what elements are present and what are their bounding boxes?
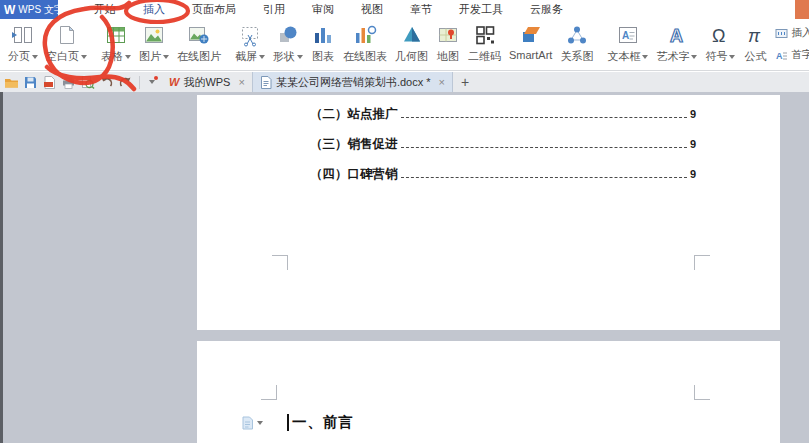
text-box-button[interactable]: A 文本框 bbox=[603, 19, 652, 70]
chart-label: 图表 bbox=[312, 49, 334, 64]
screenshot-button[interactable]: 截屏 bbox=[231, 19, 269, 70]
symbol-button[interactable]: Ω 符号 bbox=[701, 19, 739, 70]
svg-text:A: A bbox=[670, 26, 683, 46]
chevron-down-icon bbox=[259, 55, 265, 59]
shapes-label: 形状 bbox=[273, 49, 295, 64]
export-pdf-icon[interactable] bbox=[42, 75, 57, 90]
heading-row[interactable]: 一、前言 bbox=[241, 413, 354, 432]
toc-entry-text: （三）销售促进 bbox=[310, 136, 398, 153]
chevron-down-icon bbox=[149, 80, 155, 84]
insert-ribbon: 分页 空白页 表格 图片 在线图片 截屏 形状 bbox=[0, 19, 809, 71]
toc-page-number: 9 bbox=[690, 168, 696, 180]
save-icon[interactable] bbox=[23, 75, 38, 90]
chevron-down-icon bbox=[125, 55, 131, 59]
document-tab-bar: W 我的WPS 某某公司网络营销策划书.docx * bbox=[0, 72, 809, 92]
insert-number-button[interactable]: 插入数字 bbox=[775, 26, 809, 40]
geometry-label: 几何图 bbox=[395, 49, 428, 64]
geometry-icon bbox=[400, 23, 424, 47]
picture-label: 图片 bbox=[139, 49, 161, 64]
smartart-label: SmartArt bbox=[509, 49, 552, 61]
customize-toolbar-button[interactable] bbox=[146, 75, 158, 89]
print-preview-icon[interactable] bbox=[80, 75, 95, 90]
page-break-button[interactable]: 分页 bbox=[4, 19, 42, 70]
table-of-contents: （二）站点推广 9 （三）销售促进 9 （四）口碑营销 9 bbox=[197, 95, 780, 196]
quick-access-toolbar bbox=[0, 72, 162, 92]
menu-tab-insert[interactable]: 插入 bbox=[143, 0, 165, 19]
blank-page-label: 空白页 bbox=[46, 49, 79, 64]
drop-cap-icon: A bbox=[775, 49, 788, 62]
tab-document[interactable]: 某某公司网络营销策划书.docx * bbox=[252, 72, 453, 92]
margin-corner-mark bbox=[694, 385, 710, 400]
document-page-1[interactable]: （二）站点推广 9 （三）销售促进 9 （四）口碑营销 9 bbox=[197, 95, 780, 330]
menu-tab-references[interactable]: 引用 bbox=[263, 0, 285, 19]
document-icon bbox=[260, 76, 272, 89]
menu-tab-developer[interactable]: 开发工具 bbox=[459, 0, 503, 19]
symbol-label: 符号 bbox=[705, 49, 727, 64]
toc-page-number: 9 bbox=[690, 108, 696, 120]
map-label: 地图 bbox=[437, 49, 459, 64]
insert-number-icon bbox=[775, 27, 788, 40]
chart-icon bbox=[311, 23, 335, 47]
toc-entry-text: （四）口碑营销 bbox=[310, 166, 398, 183]
smartart-button[interactable]: SmartArt bbox=[505, 19, 556, 70]
online-picture-label: 在线图片 bbox=[177, 49, 221, 64]
geometry-button[interactable]: 几何图 bbox=[391, 19, 432, 70]
print-icon[interactable] bbox=[61, 75, 76, 90]
undo-icon[interactable] bbox=[99, 75, 114, 90]
toc-dot-leader bbox=[401, 177, 687, 178]
toc-entry[interactable]: （四）口碑营销 9 bbox=[310, 166, 696, 196]
relationship-diagram-button[interactable]: 关系图 bbox=[556, 19, 597, 70]
page-break-label: 分页 bbox=[8, 49, 30, 64]
map-button[interactable]: 地图 bbox=[432, 19, 464, 70]
tab-my-wps[interactable]: W 我的WPS bbox=[162, 72, 252, 92]
wordart-icon: A bbox=[665, 23, 689, 47]
pi-formula-icon: π bbox=[743, 23, 767, 47]
blank-page-icon bbox=[55, 23, 79, 47]
document-canvas: （二）站点推广 9 （三）销售促进 9 （四）口碑营销 9 bbox=[0, 92, 809, 443]
page-break-icon bbox=[11, 23, 35, 47]
menu-tab-review[interactable]: 审阅 bbox=[312, 0, 334, 19]
drop-cap-button[interactable]: A 首字下沉 bbox=[775, 48, 809, 62]
close-icon[interactable] bbox=[238, 76, 244, 88]
toc-entry[interactable]: （三）销售促进 9 bbox=[310, 136, 696, 166]
open-folder-icon[interactable] bbox=[4, 75, 19, 90]
chevron-down-icon bbox=[691, 55, 697, 59]
menu-tab-home[interactable]: 开始 bbox=[94, 0, 116, 19]
close-icon[interactable] bbox=[439, 76, 445, 88]
document-page-2[interactable]: 一、前言 bbox=[197, 341, 780, 443]
menu-tab-cloud[interactable]: 云服务 bbox=[530, 0, 563, 19]
menu-tab-bar: 开始 插入 页面布局 引用 审阅 视图 章节 开发工具 云服务 bbox=[94, 0, 563, 19]
table-button[interactable]: 表格 bbox=[97, 19, 135, 70]
menu-tab-page-layout[interactable]: 页面布局 bbox=[192, 0, 236, 19]
blank-page-button[interactable]: 空白页 bbox=[42, 19, 91, 70]
text-cursor bbox=[287, 414, 289, 431]
toolbar-divider bbox=[139, 76, 140, 89]
online-picture-button[interactable]: 在线图片 bbox=[173, 19, 225, 70]
chart-button[interactable]: 图表 bbox=[307, 19, 339, 70]
formula-label: 公式 bbox=[744, 49, 766, 64]
wps-logo-icon: W bbox=[169, 76, 179, 88]
redo-icon[interactable] bbox=[118, 75, 133, 90]
account-button[interactable] bbox=[795, 0, 809, 19]
shapes-icon bbox=[276, 23, 300, 47]
wordart-label: 艺术字 bbox=[656, 49, 689, 64]
menu-tab-view[interactable]: 视图 bbox=[361, 0, 383, 19]
formula-button[interactable]: π 公式 bbox=[739, 19, 771, 70]
toc-entry[interactable]: （二）站点推广 9 bbox=[310, 106, 696, 136]
wps-logo-icon: W bbox=[4, 4, 15, 16]
margin-corner-mark bbox=[272, 255, 288, 270]
picture-icon bbox=[142, 23, 166, 47]
online-chart-button[interactable]: 在线图表 bbox=[339, 19, 391, 70]
menu-tab-section[interactable]: 章节 bbox=[410, 0, 432, 19]
outline-level-control[interactable] bbox=[241, 416, 263, 430]
qr-code-label: 二维码 bbox=[468, 49, 501, 64]
new-tab-button[interactable] bbox=[461, 75, 469, 89]
app-menu-button[interactable]: W WPS 文字 bbox=[0, 0, 58, 19]
wordart-button[interactable]: A 艺术字 bbox=[652, 19, 701, 70]
shapes-button[interactable]: 形状 bbox=[269, 19, 307, 70]
wps-writer-window: W WPS 文字 开始 插入 页面布局 引用 审阅 视图 章节 开发工具 云服务… bbox=[0, 0, 809, 443]
text-box-label: 文本框 bbox=[607, 49, 640, 64]
qr-code-button[interactable]: 二维码 bbox=[464, 19, 505, 70]
picture-button[interactable]: 图片 bbox=[135, 19, 173, 70]
chevron-down-icon bbox=[163, 55, 169, 59]
